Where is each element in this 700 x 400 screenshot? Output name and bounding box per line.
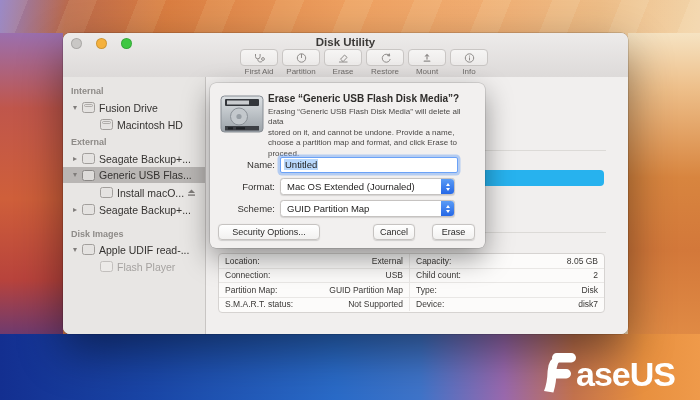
title-bar[interactable]: Disk Utility First Aid Partition — [63, 33, 628, 78]
pie-chart-icon — [296, 53, 307, 63]
easeus-logo-e-icon — [543, 351, 576, 397]
volume-icon — [100, 261, 113, 272]
toolbar: First Aid Partition Erase — [240, 49, 488, 76]
disclosure-expanded-icon[interactable]: ▾ — [70, 171, 80, 179]
mount-arrow-icon — [422, 53, 432, 63]
disk-utility-window: Disk Utility First Aid Partition — [63, 33, 628, 334]
wallpaper-right-band — [628, 33, 700, 334]
eject-icon[interactable] — [187, 189, 196, 197]
sidebar-item-install-macos[interactable]: Install macO... — [63, 185, 205, 200]
drive-icon — [82, 153, 95, 164]
disclosure-expanded-icon[interactable]: ▾ — [70, 246, 80, 254]
cancel-button[interactable]: Cancel — [373, 224, 415, 240]
drive-icon — [100, 119, 113, 130]
erase-dialog: Erase “Generic USB Flash Disk Media”? Er… — [210, 83, 485, 248]
toolbar-first-aid[interactable]: First Aid — [240, 49, 278, 76]
disclosure-collapsed-icon[interactable]: ▸ — [70, 155, 80, 163]
table-row: Location:External Capacity:8.05 GB — [219, 254, 604, 269]
scheme-field-label: Scheme: — [210, 203, 275, 214]
dialog-body: Erasing “Generic USB Flash Disk Media” w… — [268, 107, 478, 159]
sidebar-section-external: External — [71, 137, 107, 147]
security-options-button[interactable]: Security Options... — [218, 224, 320, 240]
toolbar-restore[interactable]: Restore — [366, 49, 404, 76]
sidebar-item-macintosh-hd[interactable]: Macintosh HD — [63, 117, 205, 132]
toolbar-info[interactable]: Info — [450, 49, 488, 76]
drive-icon — [82, 102, 95, 113]
easeus-watermark: aseUS — [543, 351, 675, 397]
name-input-value: Untitled — [284, 159, 318, 170]
hard-drive-icon — [220, 95, 264, 137]
disclosure-expanded-icon[interactable]: ▾ — [70, 104, 80, 112]
stethoscope-icon — [253, 53, 265, 63]
drive-icon — [82, 170, 95, 181]
toolbar-erase[interactable]: Erase — [324, 49, 362, 76]
sidebar-section-internal: Internal — [71, 86, 104, 96]
erase-button[interactable]: Erase — [432, 224, 475, 240]
window-title: Disk Utility — [63, 36, 628, 48]
device-info-table: Location:External Capacity:8.05 GB Conne… — [218, 253, 605, 313]
sidebar-item-generic-usb-flash[interactable]: ▾ Generic USB Flas... — [63, 167, 205, 183]
format-select[interactable]: Mac OS Extended (Journaled) — [280, 178, 455, 195]
sidebar-item-seagate-backup-2[interactable]: ▸ Seagate Backup+... — [63, 202, 205, 217]
sidebar-item-flash-player[interactable]: Flash Player — [63, 259, 205, 274]
chevron-up-down-icon — [441, 179, 454, 194]
name-input[interactable]: Untitled — [280, 157, 458, 173]
toolbar-partition[interactable]: Partition — [282, 49, 320, 76]
table-row: Connection:USB Child count:2 — [219, 269, 604, 284]
scheme-select[interactable]: GUID Partition Map — [280, 200, 455, 217]
dialog-title: Erase “Generic USB Flash Disk Media”? — [268, 93, 459, 104]
toolbar-mount[interactable]: Mount — [408, 49, 446, 76]
sidebar-item-fusion-drive[interactable]: ▾ Fusion Drive — [63, 100, 205, 115]
volume-icon — [100, 187, 113, 198]
disclosure-collapsed-icon[interactable]: ▸ — [70, 206, 80, 214]
eraser-icon — [337, 53, 349, 63]
table-row: S.M.A.R.T. status:Not Supported Device:d… — [219, 298, 604, 312]
sidebar-section-disk-images: Disk Images — [71, 229, 124, 239]
drive-icon — [82, 204, 95, 215]
sidebar-item-apple-udif[interactable]: ▾ Apple UDIF read-... — [63, 242, 205, 257]
sidebar-item-seagate-backup-1[interactable]: ▸ Seagate Backup+... — [63, 151, 205, 166]
table-row: Partition Map:GUID Partition Map Type:Di… — [219, 283, 604, 298]
wallpaper-left-band — [0, 33, 63, 334]
format-field-label: Format: — [210, 181, 275, 192]
disk-image-icon — [82, 244, 95, 255]
name-field-label: Name: — [210, 159, 275, 170]
undo-arrow-icon — [380, 53, 391, 63]
chevron-up-down-icon — [441, 201, 454, 216]
sidebar: Internal ▾ Fusion Drive Macintosh HD Ext… — [63, 77, 206, 334]
info-icon — [464, 53, 475, 63]
easeus-logo-text: aseUS — [576, 357, 675, 391]
